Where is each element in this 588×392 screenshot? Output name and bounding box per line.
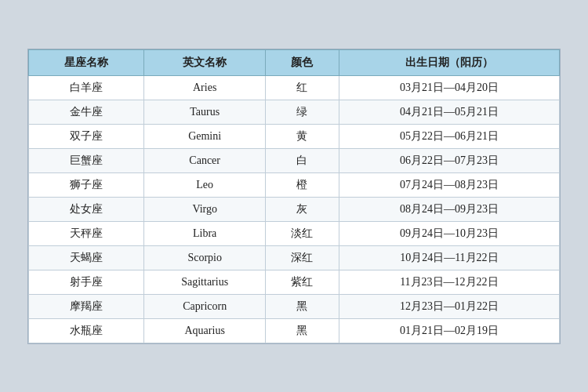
cell-chinese: 天蝎座	[29, 245, 144, 270]
cell-chinese: 水瓶座	[29, 318, 144, 343]
cell-chinese: 处女座	[29, 197, 144, 221]
cell-color: 黄	[266, 124, 339, 148]
cell-dates: 09月24日—10月23日	[339, 221, 559, 245]
cell-english: Aquarius	[144, 318, 266, 343]
cell-english: Aries	[144, 75, 266, 100]
cell-dates: 10月24日—11月22日	[339, 245, 559, 270]
table-row: 射手座Sagittarius紫红11月23日—12月22日	[29, 270, 560, 294]
zodiac-table-container: 星座名称 英文名称 颜色 出生日期（阳历） 白羊座Aries红03月21日—04…	[27, 49, 561, 344]
table-row: 天蝎座Scorpio深红10月24日—11月22日	[29, 245, 560, 270]
col-header-chinese: 星座名称	[29, 49, 144, 75]
table-row: 巨蟹座Cancer白06月22日—07月23日	[29, 148, 560, 172]
table-body: 白羊座Aries红03月21日—04月20日金牛座Taurus绿04月21日—0…	[29, 75, 560, 343]
cell-chinese: 巨蟹座	[29, 148, 144, 172]
table-row: 双子座Gemini黄05月22日—06月21日	[29, 124, 560, 148]
cell-color: 绿	[266, 100, 339, 124]
table-row: 白羊座Aries红03月21日—04月20日	[29, 75, 560, 100]
cell-color: 紫红	[266, 270, 339, 294]
cell-chinese: 天秤座	[29, 221, 144, 245]
cell-dates: 08月24日—09月23日	[339, 197, 559, 221]
cell-color: 橙	[266, 172, 339, 197]
cell-chinese: 狮子座	[29, 172, 144, 197]
cell-english: Cancer	[144, 148, 266, 172]
cell-color: 红	[266, 75, 339, 100]
cell-english: Capricorn	[144, 294, 266, 318]
table-row: 金牛座Taurus绿04月21日—05月21日	[29, 100, 560, 124]
cell-chinese: 金牛座	[29, 100, 144, 124]
cell-chinese: 射手座	[29, 270, 144, 294]
cell-dates: 03月21日—04月20日	[339, 75, 559, 100]
cell-color: 深红	[266, 245, 339, 270]
cell-dates: 06月22日—07月23日	[339, 148, 559, 172]
table-header-row: 星座名称 英文名称 颜色 出生日期（阳历）	[29, 49, 560, 75]
table-row: 摩羯座Capricorn黑12月23日—01月22日	[29, 294, 560, 318]
cell-dates: 05月22日—06月21日	[339, 124, 559, 148]
cell-chinese: 双子座	[29, 124, 144, 148]
table-row: 水瓶座Aquarius黑01月21日—02月19日	[29, 318, 560, 343]
col-header-english: 英文名称	[144, 49, 266, 75]
cell-dates: 07月24日—08月23日	[339, 172, 559, 197]
cell-chinese: 白羊座	[29, 75, 144, 100]
cell-english: Scorpio	[144, 245, 266, 270]
cell-english: Virgo	[144, 197, 266, 221]
cell-dates: 04月21日—05月21日	[339, 100, 559, 124]
cell-color: 淡红	[266, 221, 339, 245]
cell-dates: 01月21日—02月19日	[339, 318, 559, 343]
cell-dates: 12月23日—01月22日	[339, 294, 559, 318]
table-row: 天秤座Libra淡红09月24日—10月23日	[29, 221, 560, 245]
cell-color: 白	[266, 148, 339, 172]
zodiac-table: 星座名称 英文名称 颜色 出生日期（阳历） 白羊座Aries红03月21日—04…	[28, 49, 560, 343]
cell-chinese: 摩羯座	[29, 294, 144, 318]
cell-english: Taurus	[144, 100, 266, 124]
cell-english: Sagittarius	[144, 270, 266, 294]
col-header-color: 颜色	[266, 49, 339, 75]
cell-color: 黑	[266, 318, 339, 343]
cell-english: Gemini	[144, 124, 266, 148]
cell-color: 灰	[266, 197, 339, 221]
col-header-dates: 出生日期（阳历）	[339, 49, 559, 75]
cell-english: Leo	[144, 172, 266, 197]
cell-dates: 11月23日—12月22日	[339, 270, 559, 294]
cell-color: 黑	[266, 294, 339, 318]
table-row: 狮子座Leo橙07月24日—08月23日	[29, 172, 560, 197]
cell-english: Libra	[144, 221, 266, 245]
table-row: 处女座Virgo灰08月24日—09月23日	[29, 197, 560, 221]
